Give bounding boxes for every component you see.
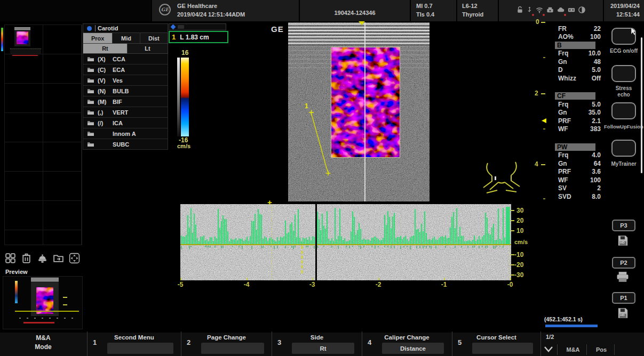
- patient-id: 190424-124346: [300, 10, 410, 16]
- stress-echo-label2: echo: [603, 92, 644, 98]
- current-date: 2019/04/24: [610, 3, 640, 9]
- folder-icon: [87, 77, 94, 83]
- pw-cursor-line[interactable]: [364, 22, 365, 201]
- layout-grid-icon[interactable]: [3, 251, 18, 265]
- item-name: Ves: [113, 77, 123, 84]
- preview-progress: [23, 322, 54, 323]
- p1-button[interactable]: P1: [612, 292, 635, 304]
- param-label: AO%: [555, 33, 574, 41]
- item-name: BULB: [113, 88, 129, 94]
- clip-strip: [10, 48, 41, 54]
- measure-cursor[interactable]: [301, 246, 303, 273]
- spectral-display[interactable]: [180, 204, 511, 280]
- tab-prox[interactable]: Prox: [83, 33, 113, 43]
- clipboard-grid[interactable]: [4, 25, 82, 245]
- param-gap: [555, 133, 602, 143]
- section-title: B: [555, 42, 595, 49]
- param-row: Frq5.0: [555, 100, 602, 109]
- p1-label: P1: [620, 295, 627, 301]
- param-row: Gn48: [555, 58, 602, 66]
- clip-redline: [12, 55, 38, 56]
- wifi-icon: [535, 6, 544, 16]
- bmode-image[interactable]: [288, 22, 430, 201]
- measure-package-name: Carotid: [95, 25, 118, 31]
- item-key: (N): [98, 88, 113, 94]
- ge-logo-text: GE: [159, 7, 171, 12]
- tab-dist[interactable]: Dist: [140, 33, 168, 43]
- brand-name: GE Healthcare: [177, 3, 217, 9]
- time-cursor[interactable]: [271, 204, 272, 280]
- item-name: BIF: [113, 99, 122, 105]
- softkey-button[interactable]: [201, 343, 264, 354]
- param-label: PRF: [555, 168, 571, 175]
- tab-pos[interactable]: Pos: [589, 346, 614, 353]
- measure-item-bulb[interactable]: (N)BULB: [83, 86, 168, 96]
- measure-item-eca[interactable]: (C)ECA: [83, 64, 168, 75]
- move-icon[interactable]: [67, 251, 82, 265]
- param-label: Frq: [555, 50, 568, 57]
- measure-item-ves[interactable]: (V)Ves: [83, 75, 168, 86]
- param-value: 100: [590, 176, 602, 184]
- softkey-button[interactable]: Rt: [292, 343, 354, 354]
- top-bar: GE GE Healthcare 2019/04/24 12:51:44ADM …: [0, 0, 644, 21]
- p2-button[interactable]: P2: [612, 257, 635, 269]
- measure-item-innom-a[interactable]: Innom A: [83, 128, 168, 139]
- item-name: SUBC: [113, 141, 129, 148]
- parameter-panel: FR22AO%100BFrq10.0Gn48D5.0WhizzOffCFFrq5…: [555, 25, 602, 201]
- param-label: SV: [555, 184, 567, 192]
- tab-rt[interactable]: Rt: [83, 44, 128, 53]
- measure-item-cca[interactable]: (X)CCA: [83, 54, 168, 64]
- p3-button[interactable]: P3: [612, 220, 635, 231]
- camera-icon[interactable]: [35, 251, 50, 265]
- scrollbar[interactable]: [641, 37, 642, 173]
- softkey-value: Distance: [400, 345, 426, 352]
- param-row: Gn35.0: [555, 109, 602, 117]
- param-label: FR: [555, 25, 567, 33]
- tab-ma[interactable]: M&A: [560, 346, 586, 353]
- media-icon: [567, 6, 576, 16]
- softkey-button[interactable]: Distance: [382, 343, 444, 354]
- stress-echo-label1: Stress: [603, 85, 644, 91]
- side-tabs: RtLt: [83, 44, 168, 54]
- result-header: [169, 23, 226, 30]
- mytrainer-button[interactable]: [611, 140, 636, 157]
- param-label: Gn: [555, 109, 567, 116]
- color-doppler-box[interactable]: [331, 47, 400, 158]
- folder-icon: [87, 109, 94, 115]
- tab-mid[interactable]: Mid: [113, 33, 140, 43]
- mode-indicator: M&A Mode: [0, 331, 86, 356]
- measure-item-subc[interactable]: SUBC: [83, 139, 168, 150]
- measure-header[interactable]: Carotid: [83, 23, 168, 33]
- segment-tabs: ProxMidDist: [83, 33, 168, 44]
- measure-item-vert[interactable]: (,)VERT: [83, 107, 168, 118]
- clock-section: 2019/04/24 12:51:44: [603, 0, 644, 21]
- ecg-button[interactable]: [611, 28, 636, 45]
- param-gap: [555, 83, 602, 92]
- param-section-b: B: [555, 41, 602, 50]
- loop-progress-bar: [545, 325, 598, 327]
- softkey-button[interactable]: [107, 343, 173, 354]
- chevron-down-icon[interactable]: [543, 345, 554, 355]
- clip-thumbnail[interactable]: [14, 27, 30, 46]
- folder-icon: [87, 99, 94, 104]
- trash-icon[interactable]: [19, 251, 34, 265]
- softkey-button[interactable]: [472, 343, 533, 354]
- measure-item-ica[interactable]: (/)ICA: [83, 118, 168, 128]
- result-index: 1: [170, 33, 176, 41]
- export-folder-icon[interactable]: [51, 251, 66, 265]
- followup-fusion-button[interactable]: [611, 102, 636, 119]
- param-value: 5.0: [592, 101, 602, 108]
- tis-value: TIs 0.4: [416, 11, 434, 18]
- param-label: Frq: [555, 151, 568, 159]
- measure-list: (X)CCA(C)ECA(V)Ves(N)BULB(M)BIF(,)VERT(/…: [83, 54, 168, 150]
- measure-item-bif[interactable]: (M)BIF: [83, 96, 168, 107]
- phone-icon: [546, 6, 554, 16]
- folder-icon: [87, 141, 94, 147]
- tab-lt[interactable]: Lt: [128, 44, 168, 53]
- param-row: AO%100: [555, 33, 602, 42]
- usb-icon: [526, 6, 533, 16]
- param-value: 2.1: [592, 117, 602, 125]
- contrast-icon: [578, 6, 586, 16]
- status-icons-section: [498, 0, 603, 21]
- stress-echo-button[interactable]: [611, 65, 636, 82]
